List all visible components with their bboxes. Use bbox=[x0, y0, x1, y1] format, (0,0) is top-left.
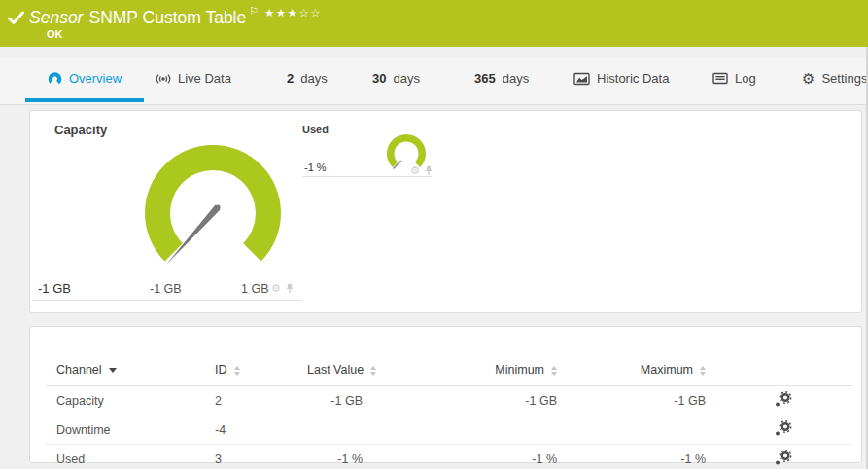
divider bbox=[302, 176, 432, 177]
title-prefix: Sensor bbox=[29, 8, 83, 27]
chart-icon bbox=[573, 72, 590, 86]
pin-icon[interactable] bbox=[285, 283, 295, 294]
tab-label: Live Data bbox=[178, 71, 231, 86]
broadcast-icon bbox=[156, 72, 171, 86]
table-row-used: Used3-1 %-1 %-1 % bbox=[46, 445, 852, 469]
cell-channel[interactable]: Downtime bbox=[46, 415, 214, 445]
capacity-current-value: -1 GB bbox=[38, 281, 71, 296]
table-row-downtime: Downtime-4 bbox=[46, 415, 852, 445]
tab-number: 30 bbox=[372, 71, 386, 86]
sort-desc-icon bbox=[109, 368, 117, 373]
cell-actions bbox=[707, 386, 852, 415]
column-label: Last Value bbox=[307, 363, 364, 377]
channel-settings-icon[interactable] bbox=[774, 450, 792, 466]
tab-live-data[interactable]: Live Data bbox=[156, 58, 231, 98]
cell-actions bbox=[707, 445, 852, 469]
sensor-page: SensorSNMP Custom Table⚐ ★★★☆☆ OK Overvi… bbox=[0, 0, 868, 469]
check-icon bbox=[8, 11, 24, 29]
tab-label: Historic Data bbox=[597, 71, 669, 86]
tab-settings[interactable]: ⚙Settings bbox=[802, 58, 867, 98]
rating-stars[interactable]: ★★★☆☆ bbox=[264, 6, 322, 19]
cell-min: -1 % bbox=[364, 445, 558, 469]
tab-label: Settings bbox=[821, 71, 867, 86]
capacity-gauge[interactable] bbox=[140, 137, 295, 278]
log-icon bbox=[712, 72, 728, 85]
column-label: ID bbox=[215, 363, 227, 377]
status-badge: OK bbox=[47, 28, 63, 40]
capacity-gauge-title: Capacity bbox=[54, 123, 107, 137]
tab-label: Overview bbox=[69, 71, 122, 86]
cell-max: -1 GB bbox=[558, 386, 707, 415]
tab-365-days[interactable]: 365days bbox=[474, 58, 529, 98]
tab-label: Log bbox=[735, 71, 756, 86]
channel-table: ChannelIDLast ValueMinimumMaximum Capaci… bbox=[46, 354, 852, 469]
sort-icon bbox=[551, 366, 557, 376]
gauges-panel: Capacity -1 GB -1 GB 1 GB ⚙ Used -1 % ⚙ bbox=[29, 110, 862, 313]
column-header-last-value[interactable]: Last Value bbox=[306, 354, 364, 386]
column-header-id[interactable]: ID bbox=[214, 354, 306, 386]
cell-actions bbox=[707, 415, 852, 445]
gauge-icon bbox=[48, 71, 62, 86]
gear-icon[interactable]: ⚙ bbox=[271, 283, 281, 294]
tab-2-days[interactable]: 2days bbox=[287, 58, 328, 98]
cell-last bbox=[306, 415, 364, 445]
cell-id: -4 bbox=[214, 415, 306, 445]
tab-number: 365 bbox=[474, 71, 496, 86]
tab-label: days bbox=[393, 71, 419, 86]
sensor-header: SensorSNMP Custom Table⚐ ★★★☆☆ OK bbox=[0, 0, 868, 47]
cell-last: -1 % bbox=[306, 445, 364, 469]
used-gauge-title: Used bbox=[302, 124, 329, 135]
cell-max bbox=[558, 415, 707, 445]
sensor-name: SNMP Custom Table bbox=[88, 8, 246, 27]
tab-30-days[interactable]: 30days bbox=[372, 58, 420, 98]
tab-label: days bbox=[503, 71, 529, 86]
divider bbox=[33, 300, 302, 301]
sort-icon bbox=[700, 366, 706, 376]
tab-overview[interactable]: Overview bbox=[25, 58, 144, 98]
channel-settings-icon[interactable] bbox=[774, 420, 792, 437]
cell-channel[interactable]: Capacity bbox=[46, 386, 214, 415]
column-header-maximum[interactable]: Maximum bbox=[558, 354, 707, 386]
gear-icon[interactable]: ⚙ bbox=[410, 165, 420, 176]
page-title: SensorSNMP Custom Table⚐ bbox=[29, 5, 259, 28]
tab-label: days bbox=[300, 71, 327, 86]
column-header-actions bbox=[707, 354, 852, 386]
tab-number: 2 bbox=[287, 71, 294, 86]
cell-id: 3 bbox=[214, 445, 306, 469]
tab-bar: OverviewLive Data2days30days365daysHisto… bbox=[0, 58, 868, 105]
used-current-value: -1 % bbox=[304, 162, 327, 173]
tab-log[interactable]: Log bbox=[712, 58, 756, 98]
sort-icon bbox=[234, 366, 240, 376]
column-label: Channel bbox=[56, 363, 102, 377]
cell-max: -1 % bbox=[558, 445, 707, 469]
table-header-row: ChannelIDLast ValueMinimumMaximum bbox=[46, 354, 852, 386]
channel-settings-icon[interactable] bbox=[774, 391, 792, 408]
capacity-scale-max: 1 GB bbox=[241, 282, 269, 296]
tab-historic-data[interactable]: Historic Data bbox=[573, 58, 669, 98]
cell-channel[interactable]: Used bbox=[46, 445, 214, 469]
table-row-capacity: Capacity2-1 GB-1 GB-1 GB bbox=[46, 386, 852, 415]
sort-icon bbox=[370, 366, 376, 376]
column-label: Maximum bbox=[641, 363, 693, 377]
cell-min bbox=[364, 415, 558, 445]
column-label: Minimum bbox=[495, 363, 544, 377]
column-header-minimum[interactable]: Minimum bbox=[364, 354, 558, 386]
channels-panel: ChannelIDLast ValueMinimumMaximum Capaci… bbox=[29, 326, 862, 463]
gear-icon: ⚙ bbox=[802, 71, 815, 86]
column-header-channel[interactable]: Channel bbox=[46, 354, 214, 386]
cell-min: -1 GB bbox=[364, 386, 558, 415]
cell-last: -1 GB bbox=[306, 386, 364, 415]
flag-icon[interactable]: ⚐ bbox=[249, 5, 259, 17]
pin-icon[interactable] bbox=[424, 165, 434, 176]
cell-id: 2 bbox=[214, 386, 306, 415]
capacity-scale-min: -1 GB bbox=[150, 282, 182, 296]
